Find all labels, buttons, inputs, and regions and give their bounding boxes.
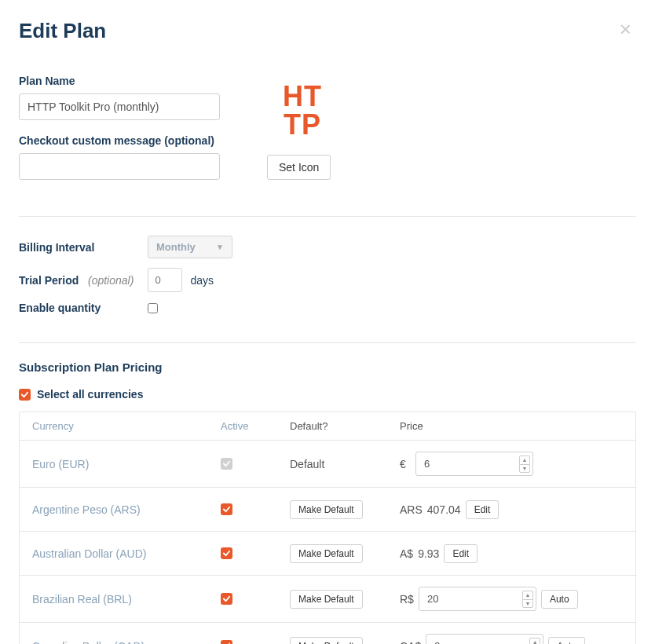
edit-price-button[interactable]: Edit xyxy=(444,544,478,563)
plan-icon: HT TP xyxy=(267,75,338,145)
currency-symbol: € xyxy=(400,458,411,470)
modal-title: Edit Plan xyxy=(19,19,106,43)
table-header: Currency Active Default? Price xyxy=(20,412,635,441)
price-input[interactable] xyxy=(419,587,536,611)
check-icon xyxy=(222,642,231,645)
currency-name: Australian Dollar (AUD) xyxy=(32,547,221,560)
active-checkbox[interactable] xyxy=(221,593,232,605)
billing-interval-label: Billing Interval xyxy=(19,241,148,254)
default-label: Default xyxy=(290,458,400,470)
chevron-down-icon: ▼ xyxy=(216,243,224,251)
edit-price-button[interactable]: Edit xyxy=(466,500,499,519)
set-icon-button[interactable]: Set Icon xyxy=(267,155,331,180)
make-default-button[interactable]: Make Default xyxy=(290,500,363,519)
svg-text:TP: TP xyxy=(284,108,321,141)
spinner-down-icon[interactable]: ▼ xyxy=(522,599,533,608)
active-checkbox[interactable] xyxy=(221,640,232,645)
select-all-label: Select all currencies xyxy=(37,388,143,401)
pricing-table: Currency Active Default? Price Euro (EUR… xyxy=(19,412,636,644)
active-checkbox[interactable] xyxy=(221,503,232,515)
table-row: Canadian Dollar (CAD) Make Default CA$ ▲… xyxy=(20,623,635,644)
billing-interval-dropdown[interactable]: Monthly ▼ xyxy=(148,236,232,258)
header-default: Default? xyxy=(290,420,400,432)
check-icon xyxy=(20,390,29,399)
spinner-down-icon[interactable]: ▼ xyxy=(519,464,530,473)
make-default-button[interactable]: Make Default xyxy=(290,590,363,609)
svg-text:HT: HT xyxy=(283,80,322,112)
check-icon xyxy=(222,505,231,514)
close-button[interactable]: × xyxy=(615,19,636,39)
spinner-up-icon[interactable]: ▲ xyxy=(519,456,530,464)
currency-name: Euro (EUR) xyxy=(32,458,221,470)
trial-period-input[interactable] xyxy=(148,268,182,292)
checkout-message-input[interactable] xyxy=(19,153,220,180)
currency-prefix: CA$ xyxy=(400,640,421,645)
enable-quantity-label: Enable quantity xyxy=(19,302,148,314)
header-price: Price xyxy=(400,420,623,432)
table-row: Australian Dollar (AUD) Make Default A$ … xyxy=(20,532,635,576)
price-value: 407.04 xyxy=(427,503,461,516)
auto-price-button[interactable]: Auto xyxy=(541,590,578,609)
check-icon xyxy=(222,549,231,558)
checkout-message-label: Checkout custom message (optional) xyxy=(19,134,220,147)
pricing-heading: Subscription Plan Pricing xyxy=(19,360,636,374)
check-icon xyxy=(222,595,231,603)
table-row: Brazilian Real (BRL) Make Default R$ ▲ ▼ xyxy=(20,576,635,623)
header-currency: Currency xyxy=(32,420,221,432)
spinner-up-icon[interactable]: ▲ xyxy=(522,591,533,599)
price-input[interactable] xyxy=(426,634,543,644)
spinner-up-icon[interactable]: ▲ xyxy=(529,638,540,645)
pricing-section: Subscription Plan Pricing Select all cur… xyxy=(19,360,636,644)
check-icon xyxy=(222,459,231,468)
price-value: 9.93 xyxy=(418,547,439,560)
currency-prefix: ARS xyxy=(400,503,423,516)
billing-settings: Billing Interval Monthly ▼ Trial Period … xyxy=(19,236,636,343)
select-all-checkbox[interactable] xyxy=(19,389,31,401)
currency-prefix: R$ xyxy=(400,593,414,606)
currency-prefix: A$ xyxy=(400,547,413,560)
header-active: Active xyxy=(221,420,290,432)
days-label: days xyxy=(190,274,214,287)
enable-quantity-checkbox[interactable] xyxy=(148,303,158,313)
make-default-button[interactable]: Make Default xyxy=(290,544,363,563)
active-checkbox[interactable] xyxy=(221,547,232,559)
modal-header: Edit Plan × xyxy=(19,19,636,43)
plan-name-label: Plan Name xyxy=(19,75,220,87)
make-default-button[interactable]: Make Default xyxy=(290,637,363,645)
table-row: Argentine Peso (ARS) Make Default ARS 40… xyxy=(20,488,635,532)
billing-interval-value: Monthly xyxy=(156,241,196,253)
price-input[interactable] xyxy=(415,452,533,476)
currency-name: Argentine Peso (ARS) xyxy=(32,503,221,516)
auto-price-button[interactable]: Auto xyxy=(548,637,585,645)
active-checkbox[interactable] xyxy=(221,458,232,470)
trial-optional-label: (optional) xyxy=(88,274,134,287)
currency-name: Brazilian Real (BRL) xyxy=(32,593,221,606)
top-section: Plan Name Checkout custom message (optio… xyxy=(19,75,636,217)
plan-name-input[interactable] xyxy=(19,93,220,120)
currency-name: Canadian Dollar (CAD) xyxy=(32,640,221,645)
table-row: Euro (EUR) Default € ▲ ▼ xyxy=(20,441,635,488)
